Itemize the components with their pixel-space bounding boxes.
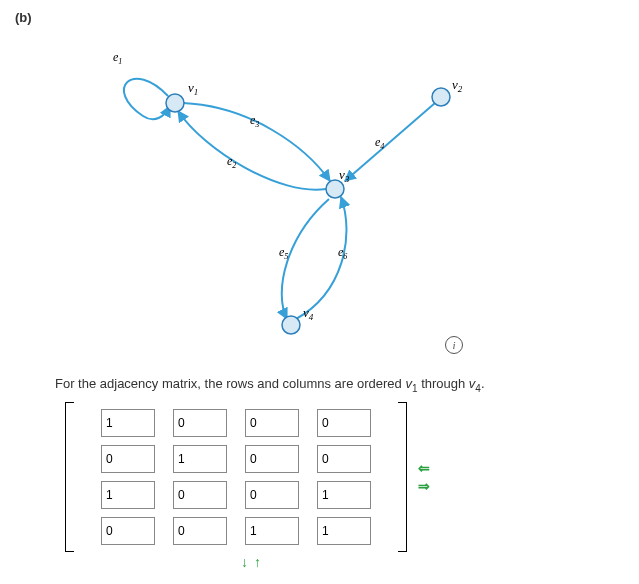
matrix-cell[interactable]: [173, 409, 227, 437]
matrix-cell[interactable]: [173, 445, 227, 473]
matrix-cell[interactable]: [317, 445, 371, 473]
edge-e5: [282, 199, 329, 319]
edge-e3: [183, 103, 330, 181]
vertex-v2: [432, 88, 450, 106]
table-row: [100, 516, 372, 546]
add-col-icon[interactable]: ↑: [253, 554, 266, 570]
vertex-label-v2: v2: [452, 77, 463, 94]
add-row-icon[interactable]: ⇒: [417, 478, 431, 494]
matrix-cell[interactable]: [245, 409, 299, 437]
matrix-right-bracket: [398, 402, 407, 552]
matrix-left-bracket: [65, 402, 74, 552]
vertex-v1: [166, 94, 184, 112]
edge-label-e3: e3: [250, 113, 259, 129]
row-controls: ⇐ ⇒: [417, 460, 431, 494]
prompt-text: For the adjacency matrix, the rows and c…: [55, 376, 624, 394]
vertex-v3: [326, 180, 344, 198]
remove-row-icon[interactable]: ⇐: [417, 460, 431, 476]
remove-col-icon[interactable]: ↓: [240, 554, 253, 570]
vertex-label-v1: v1: [188, 80, 198, 97]
edge-label-e5: e5: [279, 245, 288, 261]
graph-svg: e1 e3 e2 e4 e5 e6 v1 v2 v3 v4: [55, 31, 485, 341]
edge-e1: [124, 79, 170, 120]
edge-label-e1: e1: [113, 50, 122, 66]
edge-label-e4: e4: [375, 135, 384, 151]
vertex-label-v3: v3: [339, 167, 350, 184]
table-row: [100, 480, 372, 510]
col-controls: ↓↑: [240, 554, 624, 572]
matrix-cell[interactable]: [173, 517, 227, 545]
matrix-cell[interactable]: [245, 517, 299, 545]
matrix-cell[interactable]: [317, 517, 371, 545]
prompt-pre: For the adjacency matrix, the rows and c…: [55, 376, 405, 391]
edge-e4: [345, 103, 435, 181]
matrix-cell[interactable]: [101, 409, 155, 437]
part-label: (b): [15, 10, 624, 25]
prompt-through: through: [418, 376, 469, 391]
matrix-cell[interactable]: [317, 409, 371, 437]
table-row: [100, 408, 372, 438]
matrix-cell[interactable]: [317, 481, 371, 509]
matrix-cell[interactable]: [101, 445, 155, 473]
matrix-cell[interactable]: [101, 481, 155, 509]
matrix-area: ⇐ ⇒: [65, 402, 624, 552]
matrix-cell[interactable]: [245, 481, 299, 509]
adjacency-matrix: [84, 402, 388, 552]
matrix-cell[interactable]: [101, 517, 155, 545]
matrix-cell[interactable]: [173, 481, 227, 509]
info-icon[interactable]: i: [445, 336, 463, 354]
edge-label-e2: e2: [227, 154, 236, 170]
graph-figure: e1 e3 e2 e4 e5 e6 v1 v2 v3 v4: [55, 31, 624, 344]
prompt-period: .: [481, 376, 485, 391]
matrix-cell[interactable]: [245, 445, 299, 473]
table-row: [100, 444, 372, 474]
vertex-v4: [282, 316, 300, 334]
